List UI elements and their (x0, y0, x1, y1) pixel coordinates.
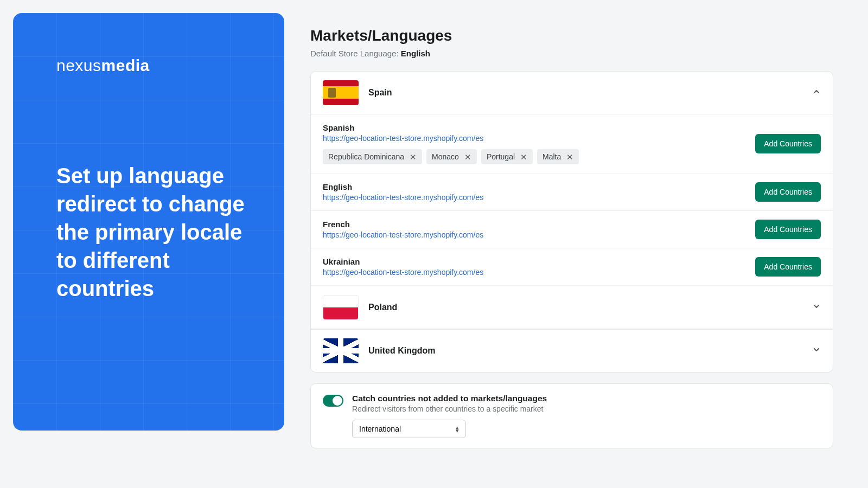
language-name: Spanish (323, 123, 755, 132)
promo-headline: Set up language redirect to change the p… (56, 162, 263, 303)
brand-bold: media (101, 56, 150, 74)
catch-toggle[interactable] (323, 395, 343, 407)
market-header-spain[interactable]: Spain (311, 72, 833, 114)
select-caret-icon: ▴▾ (456, 426, 459, 432)
catch-market-select[interactable]: International ▴▾ (352, 420, 466, 438)
language-url-link[interactable]: https://geo-location-test-store.myshopif… (323, 193, 755, 202)
add-countries-button[interactable]: Add Countries (755, 182, 821, 202)
market-header-poland[interactable]: Poland (311, 286, 833, 329)
language-name: French (323, 220, 755, 229)
country-chip: Monaco✕ (426, 149, 477, 164)
language-row-ukrainian: Ukrainian https://geo-location-test-stor… (311, 248, 833, 286)
remove-chip-icon[interactable]: ✕ (520, 153, 527, 161)
catch-title: Catch countries not added to markets/lan… (352, 394, 547, 403)
language-url-link[interactable]: https://geo-location-test-store.myshopif… (323, 268, 755, 277)
add-countries-button[interactable]: Add Countries (755, 220, 821, 239)
language-name: English (323, 182, 755, 191)
chevron-up-icon (812, 87, 821, 98)
page-title: Markets/Languages (310, 27, 833, 44)
language-row-english: English https://geo-location-test-store.… (311, 174, 833, 211)
chevron-down-icon (812, 345, 821, 356)
remove-chip-icon[interactable]: ✕ (566, 153, 573, 161)
catch-countries-panel: Catch countries not added to markets/lan… (310, 383, 833, 448)
language-url-link[interactable]: https://geo-location-test-store.myshopif… (323, 134, 755, 143)
select-value: International (359, 425, 401, 433)
market-name: Poland (368, 303, 802, 312)
remove-chip-icon[interactable]: ✕ (464, 153, 471, 161)
promo-sidebar: nexusmedia Set up language redirect to c… (13, 13, 284, 431)
country-chips: Republica Dominicana✕ Monaco✕ Portugal✕ … (323, 149, 755, 164)
market-name: Spain (368, 88, 802, 98)
language-row-spanish: Spanish https://geo-location-test-store.… (311, 114, 833, 174)
language-row-french: French https://geo-location-test-store.m… (311, 211, 833, 248)
flag-spain-icon (323, 80, 359, 105)
default-language-label: Default Store Language: English (310, 49, 833, 58)
brand-light: nexus (56, 56, 101, 74)
markets-panel: Spain Spanish https://geo-location-test-… (310, 71, 833, 373)
market-header-uk[interactable]: United Kingdom (311, 329, 833, 372)
flag-uk-icon (323, 338, 359, 363)
market-name: United Kingdom (368, 346, 802, 356)
language-name: Ukrainian (323, 257, 755, 266)
brand-logo: nexusmedia (56, 56, 263, 75)
chevron-down-icon (812, 302, 821, 313)
language-url-link[interactable]: https://geo-location-test-store.myshopif… (323, 230, 755, 239)
catch-subtitle: Redirect visitors from other countries t… (352, 404, 547, 413)
add-countries-button[interactable]: Add Countries (755, 134, 821, 153)
country-chip: Malta✕ (537, 149, 579, 164)
flag-poland-icon (323, 295, 359, 320)
remove-chip-icon[interactable]: ✕ (410, 153, 417, 161)
add-countries-button[interactable]: Add Countries (755, 257, 821, 277)
main-content: Markets/Languages Default Store Language… (310, 13, 855, 475)
country-chip: Portugal✕ (481, 149, 533, 164)
country-chip: Republica Dominicana✕ (323, 149, 422, 164)
